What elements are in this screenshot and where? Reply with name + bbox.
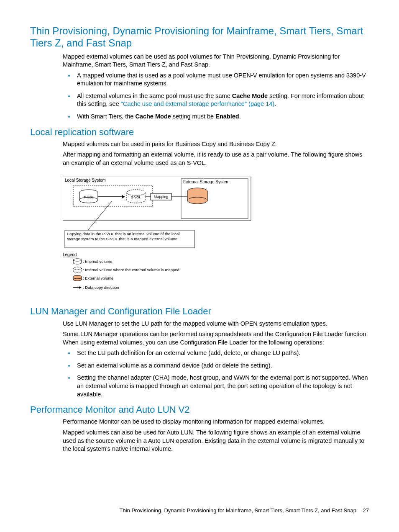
- bullet-list: A mapped volume that is used as a pool v…: [63, 72, 369, 121]
- paragraph: Mapped volumes can also be used for Auto…: [63, 429, 369, 453]
- legend-item: : Internal volume where the external vol…: [83, 267, 179, 272]
- bold-text: Cache Mode: [232, 93, 268, 99]
- page-footer: Thin Provisioning, Dynamic Provisioning …: [119, 507, 369, 514]
- list-item: Set the LU path definition for an extern…: [74, 349, 369, 357]
- paragraph: Use LUN Manager to set the LU path for t…: [63, 320, 369, 328]
- list-item: Setting the channel adapter (CHA) mode, …: [74, 374, 369, 398]
- svg-marker-35: [79, 286, 82, 289]
- heading-lun-manager: LUN Manager and Configuration File Loade…: [30, 306, 369, 317]
- label-external-system: External Storage System: [183, 180, 230, 184]
- bold-text: Cache Mode: [135, 113, 171, 120]
- text: .: [274, 100, 276, 107]
- external-cylinder-icon: [187, 188, 207, 204]
- svg-point-8: [127, 190, 145, 195]
- heading-local-replication: Local replication software: [30, 127, 369, 138]
- page-number: 27: [363, 507, 369, 514]
- text: With Smart Tiers, the: [77, 113, 135, 120]
- list-item: With Smart Tiers, the Cache Mode setting…: [74, 113, 369, 121]
- label-pvol: P-VOL: [84, 195, 94, 199]
- svg-line-20: [88, 201, 112, 230]
- label-svol: S-VOL: [131, 195, 141, 199]
- text: All external volumes in the same pool mu…: [77, 93, 232, 99]
- label-mapping: Mapping: [154, 195, 169, 199]
- replication-diagram: Local Storage System External Storage Sy…: [63, 177, 369, 301]
- svol-cylinder-icon: S-VOL: [127, 190, 145, 203]
- svg-point-23: [73, 259, 82, 261]
- pvol-cylinder-icon: P-VOL: [79, 190, 98, 203]
- svg-point-33: [73, 278, 82, 281]
- legend-item: : Internal volume: [83, 259, 112, 264]
- legend-item: : External volume: [83, 276, 113, 280]
- svg-point-26: [73, 267, 82, 270]
- text: .: [239, 113, 241, 120]
- paragraph: Some LUN Manager operations can be perfo…: [63, 330, 369, 347]
- paragraph: After mapping and formatting an external…: [63, 151, 369, 167]
- legend-mapped-icon: [73, 267, 82, 272]
- legend-arrow-icon: [73, 286, 82, 289]
- heading-performance-monitor: Performance Monitor and Auto LUN V2: [30, 404, 369, 415]
- paragraph: Performance Monitor can be used to displ…: [63, 418, 369, 426]
- cross-reference-link[interactable]: "Cache use and external storage performa…: [121, 100, 274, 107]
- svg-point-19: [187, 197, 207, 204]
- label-local-system: Local Storage System: [65, 178, 106, 182]
- legend-internal-icon: [73, 259, 82, 264]
- list-item: A mapped volume that is used as a pool v…: [74, 72, 369, 88]
- legend-item: : Data copy direction: [83, 285, 119, 290]
- arrow-icon: [122, 195, 125, 198]
- bold-text: Enabled: [215, 113, 239, 120]
- list-item: All external volumes in the same pool mu…: [74, 92, 369, 108]
- text: setting must be: [171, 113, 215, 120]
- legend-external-icon: [73, 275, 82, 281]
- list-item: Set an external volume as a command devi…: [74, 362, 369, 370]
- heading-thin-provisioning: Thin Provisioning, Dynamic Provisioning …: [30, 25, 369, 49]
- bullet-list: Set the LU path definition for an extern…: [63, 349, 369, 398]
- legend-title: Legend: [63, 252, 77, 257]
- paragraph: Mapped volumes can be used in pairs for …: [63, 140, 369, 149]
- diagram-caption: Copying data in the P-VOL that is an int…: [67, 231, 192, 242]
- paragraph: Mapped external volumes can be used as p…: [63, 53, 369, 69]
- footer-text: Thin Provisioning, Dynamic Provisioning …: [119, 507, 356, 514]
